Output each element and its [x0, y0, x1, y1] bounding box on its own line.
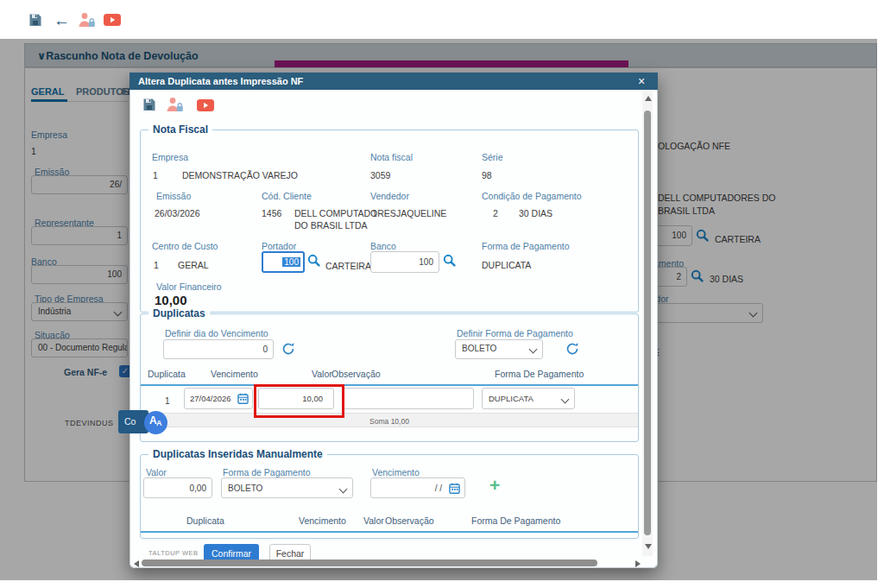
chevron-down-icon [561, 395, 570, 404]
definir-dia-label: Definir dia do Vencimento [165, 328, 268, 338]
nf-cliente-name-line2: DO BRASIL LTDA [294, 220, 368, 231]
scroll-right-icon[interactable] [635, 560, 641, 567]
nf-banco-label: Banco [370, 241, 396, 251]
main-toolbar: ← [0, 0, 884, 39]
add-duplicata-icon[interactable]: + [489, 476, 500, 494]
purple-progress-bar [275, 60, 628, 67]
nf-emissao-value: 26/03/2026 [155, 208, 200, 218]
duplicatas-manuais-fieldset: Duplicatas Inseridas Manualmente Valor F… [140, 454, 639, 539]
dup-row-vencimento-field[interactable]: 27/04/2026 [184, 388, 253, 409]
chevron-down-icon [339, 485, 348, 494]
nf-empresa-label: Empresa [152, 152, 188, 162]
nf-nota-value: 3059 [370, 170, 390, 180]
nf-centro-label: Centro de Custo [152, 241, 218, 251]
user-lock-icon[interactable] [166, 97, 184, 112]
nf-banco-field[interactable]: 100 [370, 251, 439, 273]
search-icon[interactable] [443, 254, 456, 267]
refresh-icon[interactable] [565, 342, 579, 356]
nf-portador-field[interactable]: 100 [262, 251, 305, 273]
man-forma-label: Forma de Pagamento [223, 467, 311, 477]
table-header-divider [141, 531, 638, 533]
man-forma-select[interactable]: BOLETO [221, 477, 353, 498]
duplicatas-manuais-legend: Duplicatas Inseridas Manualmente [148, 448, 327, 460]
man-header-valor: Valor [363, 515, 384, 526]
man-header-forma: Forma De Pagamento [471, 515, 560, 526]
program-id-label: TALTDUP WEB [148, 549, 199, 557]
calendar-icon[interactable] [237, 393, 249, 404]
scroll-left-icon[interactable] [134, 560, 139, 567]
nf-cliente-label: Cód. Cliente [262, 191, 312, 201]
dup-header-observacao: Observação [332, 369, 381, 379]
nf-portador-label: Portador [262, 241, 296, 251]
table-header-divider [141, 384, 638, 386]
man-header-duplicata: Duplicata [186, 515, 224, 526]
nf-valor-financeiro-label: Valor Financeiro [156, 281, 222, 292]
man-vencimento-label: Vencimento [372, 467, 420, 477]
close-icon[interactable]: × [635, 74, 648, 88]
man-valor-field[interactable]: 0,00 [143, 477, 212, 498]
definir-dia-field[interactable]: 0 [163, 339, 274, 359]
dup-header-forma: Forma De Pagamento [495, 369, 584, 379]
dialog-titlebar[interactable]: Altera Duplicata antes Impressão NF × [129, 73, 658, 90]
man-header-vencimento: Vencimento [299, 515, 346, 526]
nf-serie-value: 98 [482, 170, 492, 180]
youtube-icon[interactable] [197, 99, 214, 112]
user-lock-icon[interactable] [78, 12, 96, 28]
nf-centro-name: GERAL [178, 260, 209, 270]
calendar-icon[interactable] [449, 483, 460, 494]
dup-row-observacao-field[interactable] [343, 388, 474, 409]
nf-valor-financeiro-value: 10,00 [155, 293, 187, 307]
nf-vendedor-name: JAQUELINE [396, 208, 446, 218]
nf-condicao-code: 2 [493, 208, 498, 218]
nf-condicao-name: 30 DIAS [519, 208, 552, 218]
refresh-icon[interactable] [281, 342, 295, 356]
nf-empresa-name: DEMONSTRAÇÃO VAREJO [182, 170, 298, 180]
man-valor-label: Valor [146, 467, 167, 477]
nf-cliente-code: 1456 [262, 208, 281, 218]
dup-header-duplicata: Duplicata [148, 369, 186, 379]
nf-serie-label: Série [482, 152, 503, 162]
nf-centro-code: 1 [154, 260, 159, 270]
youtube-icon[interactable] [104, 14, 121, 27]
definir-forma-select[interactable]: BOLETO [455, 339, 543, 359]
nf-condicao-label: Condição de Pagamento [482, 191, 582, 201]
valor-annotation-highlight [254, 384, 344, 418]
workarea: ∨Rascunho Nota de Devolução GERAL PRODUT… [0, 39, 877, 580]
scroll-up-icon[interactable] [645, 96, 652, 101]
altera-duplicata-dialog: Altera Duplicata antes Impressão NF × No… [129, 73, 658, 568]
translate-floating-button[interactable]: A A [144, 411, 167, 434]
dup-row-forma-select[interactable]: DUPLICATA [482, 388, 575, 409]
man-header-observacao: Observação [385, 515, 434, 526]
chevron-down-icon [529, 345, 538, 354]
dup-header-valor: Valor [312, 369, 332, 379]
nf-empresa-code: 1 [153, 170, 158, 180]
back-arrow-icon[interactable]: ← [54, 12, 70, 28]
scroll-down-icon[interactable] [645, 544, 652, 549]
save-icon[interactable] [28, 13, 42, 28]
nf-emissao-label: Emissão [156, 191, 191, 201]
duplicatas-legend: Duplicatas [148, 307, 210, 319]
nf-nota-label: Nota fiscal [370, 152, 413, 162]
vertical-scroll-thumb[interactable] [644, 111, 651, 535]
nf-cliente-name-line1: DELL COMPUTADORES [294, 208, 396, 218]
dup-row-number: 1 [165, 396, 170, 406]
nf-forma-value: DUPLICATA [482, 260, 531, 270]
nf-forma-label: Forma de Pagamento [482, 241, 570, 251]
nf-portador-desc: CARTEIRA [325, 261, 371, 271]
nota-fiscal-legend: Nota Fiscal [148, 123, 212, 136]
man-vencimento-field[interactable]: / / [370, 477, 465, 498]
nf-vendedor-code: 1 [372, 208, 377, 218]
soma-row: Soma 10,00 [141, 413, 638, 427]
horizontal-scroll-thumb[interactable] [142, 560, 597, 566]
definir-forma-label: Definir Forma de Pagamento [457, 328, 573, 338]
nf-vendedor-label: Vendedor [370, 191, 409, 201]
save-icon[interactable] [142, 98, 156, 112]
duplicatas-fieldset: Duplicatas Definir dia do Vencimento 0 D… [140, 313, 639, 442]
dialog-title: Altera Duplicata antes Impressão NF [138, 76, 303, 86]
search-icon[interactable] [307, 254, 320, 267]
nota-fiscal-fieldset: Nota Fiscal Empresa Nota fiscal Série 1 … [140, 130, 639, 313]
dup-header-vencimento: Vencimento [211, 369, 258, 379]
